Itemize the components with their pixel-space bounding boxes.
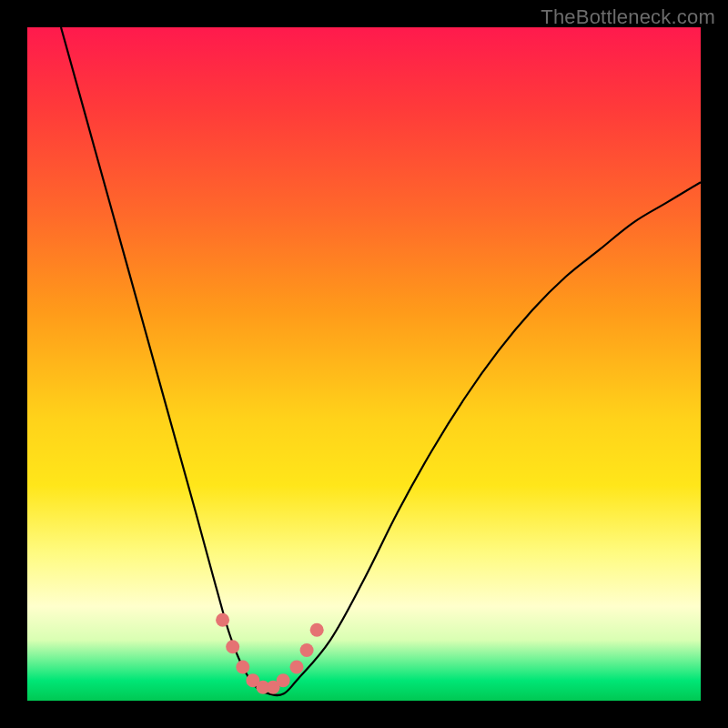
bottleneck-curve xyxy=(61,27,701,695)
marker-dot xyxy=(277,673,290,687)
curve-svg xyxy=(27,27,701,701)
marker-dot xyxy=(216,613,229,627)
marker-dot xyxy=(300,643,314,657)
marker-dot xyxy=(290,661,304,674)
marker-dot xyxy=(226,640,239,653)
marker-dot xyxy=(236,661,249,674)
watermark-text: TheBottleneck.com xyxy=(541,5,715,29)
plot-area xyxy=(27,27,701,701)
marker-dot xyxy=(310,623,324,637)
chart-frame: TheBottleneck.com xyxy=(0,0,728,728)
marker-dots xyxy=(216,613,324,694)
